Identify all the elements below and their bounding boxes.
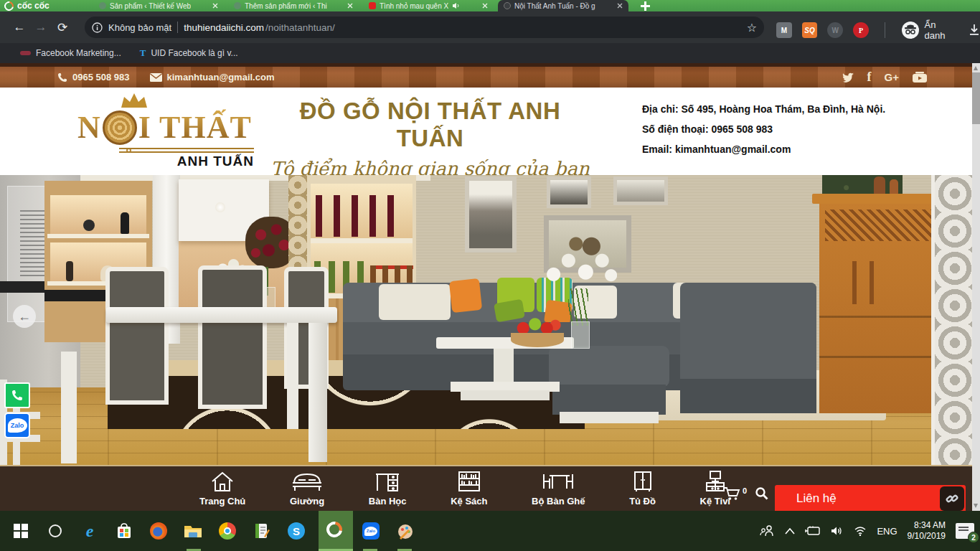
logo-subtitle: ANH TUẤN: [177, 154, 254, 169]
new-tab-button[interactable]: [641, 1, 650, 11]
cortana-button[interactable]: [46, 522, 65, 540]
search-button[interactable]: [755, 486, 769, 504]
cart-icon: [723, 486, 740, 501]
file-explorer-icon: [184, 523, 202, 539]
facebook-icon[interactable]: f: [867, 70, 872, 85]
language-indicator[interactable]: ENG: [877, 526, 897, 537]
bookmark-facebook-icon: [20, 51, 31, 55]
desk-icon: [374, 470, 401, 493]
extension-wordpress-icon[interactable]: W: [827, 22, 843, 38]
address-bar[interactable]: Không bảo mật thuhiendaiichi.com/noithat…: [85, 17, 764, 38]
taskbar-notes[interactable]: [253, 522, 271, 540]
battery-icon[interactable]: [805, 526, 821, 536]
browser-tab[interactable]: Tình nhỏ mau quên X: [363, 0, 494, 11]
extension-icons: M SQ W P Ẩn danh: [776, 19, 980, 41]
taskbar-ie[interactable]: e: [80, 522, 99, 540]
topbar-phone-link[interactable]: 0965 508 983: [57, 72, 130, 83]
taskbar-skype[interactable]: S: [287, 522, 306, 540]
tray-chevron-icon[interactable]: [785, 528, 795, 534]
scrollbar-thumb[interactable]: [972, 72, 980, 124]
site-logo[interactable]: NI THẤT ANH TUẤN: [77, 93, 257, 169]
youtube-icon[interactable]: [912, 72, 928, 83]
hero-decor-vase: [890, 179, 898, 195]
nav-item-desk[interactable]: Bàn Học: [369, 470, 407, 507]
site-header: NI THẤT ANH TUẤN ĐỒ GỖ NỘI THẤT ANH TUẤN…: [0, 88, 972, 175]
hero-wine-board: [311, 238, 413, 243]
zalo-chat-button[interactable]: Zalo: [4, 413, 30, 438]
info-icon[interactable]: [92, 22, 103, 33]
hero-decor-bottle: [66, 261, 73, 281]
extension-pinterest-icon[interactable]: P: [853, 22, 869, 38]
cart-button[interactable]: 0: [723, 486, 747, 501]
taskbar-explorer[interactable]: [184, 522, 202, 540]
tab-close-icon[interactable]: [347, 3, 353, 9]
speaker-icon[interactable]: [831, 526, 844, 536]
hero-pillow-orange: [449, 278, 482, 313]
hero-cabinet-light: [215, 202, 225, 212]
web-page: 0965 508 983 kimanhtuan@gmail.com f G+ N…: [0, 63, 972, 511]
start-button[interactable]: [11, 522, 30, 540]
cart-count-badge: 0: [743, 486, 747, 501]
cortana-icon: [49, 524, 62, 537]
link-icon: [946, 492, 958, 505]
contact-button[interactable]: Liên hệ: [775, 485, 966, 511]
page-scrollbar[interactable]: [972, 63, 980, 511]
address-line: Địa chỉ: Số 495, Hoàng Hoa Thám, Ba Đình…: [642, 99, 900, 119]
main-navigation: Trang Chủ Giường Bàn Học Kệ Sách Bộ Bàn …: [0, 465, 972, 511]
browser-tab-active[interactable]: Nội Thất Anh Tuấn - Đồ g: [498, 0, 628, 11]
people-icon[interactable]: [759, 524, 775, 537]
carousel-prev-button[interactable]: ←: [13, 305, 36, 328]
taskbar-clock[interactable]: 8:34 AM 9/10/2019: [908, 520, 946, 542]
security-label[interactable]: Không bảo mật: [108, 22, 171, 33]
notification-badge: 2: [968, 532, 979, 543]
scrollbar-up-arrow[interactable]: [974, 66, 978, 70]
tab-close-icon[interactable]: [617, 3, 623, 9]
action-center-button[interactable]: 2: [956, 523, 974, 539]
taskbar-zalo[interactable]: Zalo: [362, 522, 380, 540]
forward-button[interactable]: →: [30, 20, 52, 34]
taskbar-firefox[interactable]: [149, 522, 168, 540]
nav-item-bookshelf[interactable]: Kệ Sách: [451, 470, 487, 507]
bookmark-star-icon[interactable]: ☆: [747, 21, 757, 34]
taskbar-paint[interactable]: [396, 522, 415, 540]
extension-m-icon[interactable]: M: [776, 22, 792, 38]
download-icon[interactable]: [969, 24, 980, 37]
tab-audio-icon[interactable]: [452, 2, 460, 9]
browser-tab[interactable]: Sản phẩm ‹ Thiết kế Web: [93, 0, 224, 11]
url-host[interactable]: thuhiendaiichi.com: [184, 22, 264, 33]
nav-item-wardrobe[interactable]: Tủ Đồ: [629, 470, 656, 507]
coccoc-brand-label: cốc cốc: [17, 1, 50, 11]
url-path[interactable]: /noithatanhtuan/: [265, 22, 335, 33]
email-line: Email: kimanhtuan@gmail.com: [642, 139, 900, 159]
bookmark-item[interactable]: Facebook Marketing...: [20, 48, 121, 58]
bookmark-item[interactable]: T UID Facebook là gì v...: [140, 47, 238, 59]
tab-close-icon[interactable]: [212, 3, 218, 9]
nav-item-bed[interactable]: Giường: [290, 470, 324, 507]
nav-item-home[interactable]: Trang Chủ: [199, 470, 245, 507]
browser-tab[interactable]: Thêm sản phẩm mới ‹ Thi: [228, 0, 359, 11]
firefox-icon: [150, 522, 167, 540]
topbar-email-link[interactable]: kimanhtuan@gmail.com: [150, 72, 275, 83]
phone-chat-button[interactable]: [4, 382, 30, 408]
taskbar-chrome[interactable]: [218, 522, 237, 540]
twitter-icon[interactable]: [842, 72, 854, 83]
hero-tulip-vase: [571, 321, 590, 349]
incognito-profile-button[interactable]: Ẩn danh: [901, 19, 958, 41]
taskbar-coccoc-active[interactable]: [319, 511, 353, 551]
windows-taskbar: e S Zalo ENG 8:34 AM 9/10/2019: [0, 511, 980, 551]
tab-close-icon[interactable]: [482, 3, 488, 9]
wifi-icon[interactable]: [854, 526, 867, 536]
back-button[interactable]: ←: [9, 20, 30, 34]
taskbar-store[interactable]: [115, 522, 133, 540]
hero-dining-chair: [105, 267, 169, 405]
bookshelf-icon: [457, 470, 481, 493]
reload-button[interactable]: ⟳: [52, 20, 73, 35]
phone-icon: [57, 72, 67, 83]
nav-item-table-chairs[interactable]: Bộ Bàn Ghế: [532, 470, 585, 507]
google-plus-icon[interactable]: G+: [885, 71, 899, 83]
scrollbar-down-arrow[interactable]: [974, 504, 978, 508]
bookmark-uid-icon: T: [140, 47, 146, 59]
hero-picture-frame: [547, 176, 591, 208]
extension-sq-icon[interactable]: SQ: [802, 22, 818, 38]
skype-icon: S: [288, 522, 305, 540]
